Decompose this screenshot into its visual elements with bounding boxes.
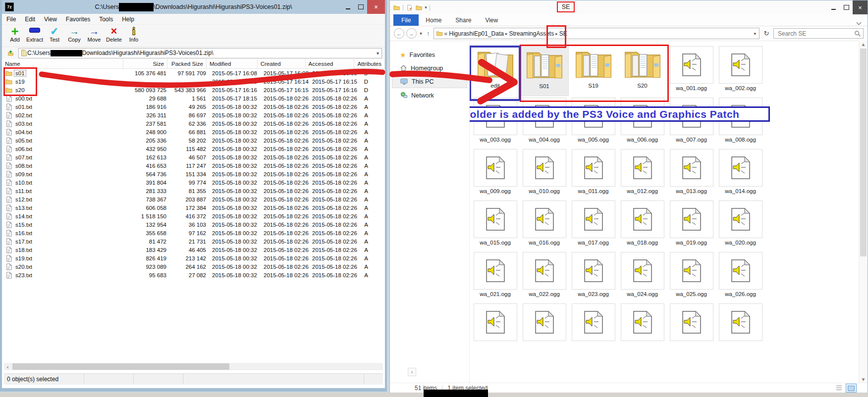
recent-locations-dropdown[interactable]: ▾ [419, 31, 423, 36]
table-row[interactable]: s05.txt205 33658 2022015-05-18 00:322015… [2, 136, 385, 145]
table-row[interactable]: s10.txt391 80499 7742015-05-18 00:322015… [2, 178, 385, 187]
table-row[interactable]: s20.txt923 089264 1622015-05-18 00:32201… [2, 262, 385, 271]
table-row[interactable]: s23.txt95 68327 0822015-05-18 00:322015-… [2, 271, 385, 279]
scrollbar-thumb[interactable] [860, 49, 867, 256]
file-tile[interactable] [667, 302, 716, 353]
column-header-attributes[interactable]: Attributes [354, 59, 385, 68]
file-tile[interactable] [716, 302, 765, 353]
table-row[interactable]: s17.txt81 47221 7312015-05-18 00:322015-… [2, 237, 385, 246]
table-row[interactable]: s01.txt186 91649 2652015-05-18 00:322015… [2, 102, 385, 111]
menu-item-view[interactable]: View [40, 15, 61, 24]
table-row[interactable]: s07.txt162 61346 5072015-05-18 00:322015… [2, 153, 385, 161]
up-folder-button[interactable] [5, 49, 16, 58]
address-dropdown-arrow[interactable]: ▾ [374, 50, 381, 56]
file-tile[interactable]: wa_005.ogg [569, 96, 618, 148]
table-row[interactable]: s01105 376 48197 591 7092015-05-17 16:08… [2, 69, 385, 77]
delete-button[interactable]: ×Delete [104, 25, 124, 43]
menu-item-favorites[interactable]: Favorites [61, 15, 95, 24]
minimize-button[interactable] [827, 0, 840, 14]
file-tile[interactable]: wa_006.ogg [618, 96, 667, 148]
table-row[interactable]: s11.txt281 33381 3552015-05-18 00:322015… [2, 187, 385, 195]
qat-dropdown-icon[interactable]: ▾ [425, 5, 427, 10]
column-header-modified[interactable]: Modified [207, 59, 258, 68]
column-header-size[interactable]: Size [123, 59, 167, 68]
scroll-down-arrow[interactable]: ▼ [859, 377, 868, 382]
address-bar[interactable]: « HigurashiEp01_Data▸StreamingAssets▸SE … [434, 28, 760, 39]
breadcrumb-overflow[interactable]: « [444, 30, 448, 37]
folder-tile[interactable]: S20 [618, 45, 667, 96]
scrollbar-thumb[interactable] [12, 363, 229, 370]
file-tile[interactable]: wa_015.ogg [471, 199, 520, 250]
file-tile[interactable]: wa_011.ogg [569, 148, 618, 199]
table-row[interactable]: s192015-05-17 16:152015-05-17 16:142015-… [2, 77, 385, 86]
table-row[interactable]: s16.txt355 65897 1622015-05-18 00:322015… [2, 229, 385, 237]
file-tile[interactable]: wa_025.ogg [667, 250, 716, 302]
address-dropdown-arrow[interactable]: ▾ [751, 31, 759, 36]
column-header-packed-size[interactable]: Packed Size [167, 59, 207, 68]
breadcrumb-streamingassets[interactable]: StreamingAssets [509, 30, 554, 37]
tab-home[interactable]: Home [419, 14, 448, 26]
refresh-button[interactable]: ↻ [761, 30, 771, 37]
table-row[interactable]: s15.txt132 95436 1032015-05-18 00:322015… [2, 220, 385, 229]
table-row[interactable]: s02.txt326 31186 6972015-05-18 00:322015… [2, 111, 385, 119]
file-tile[interactable] [618, 302, 667, 353]
menu-item-edit[interactable]: Edit [20, 15, 40, 24]
file-tile[interactable]: wa_013.ogg [667, 148, 716, 199]
properties-icon[interactable] [406, 4, 413, 11]
table-row[interactable]: s12.txt738 367203 8872015-05-18 00:32201… [2, 195, 385, 203]
folder-tile[interactable]: S19 [569, 45, 618, 96]
file-tile[interactable]: wa_019.ogg [667, 199, 716, 250]
file-tile[interactable]: wa_010.ogg [520, 148, 569, 199]
file-tile[interactable]: wa_002.ogg [716, 45, 765, 96]
table-row[interactable]: s00.txt29 6881 5612015-05-17 18:152015-0… [2, 94, 385, 102]
menu-item-tools[interactable]: Tools [95, 15, 117, 24]
info-button[interactable]: iInfo [124, 25, 144, 43]
column-header-name[interactable]: Name [2, 59, 123, 68]
breadcrumb-higurashiep01_data[interactable]: HigurashiEp01_Data [449, 30, 504, 37]
file-tile[interactable]: wa_026.ogg [716, 250, 765, 302]
file-tile[interactable]: wa_017.ogg [569, 199, 618, 250]
tab-view[interactable]: View [478, 14, 505, 26]
file-tile[interactable]: wa_016.ogg [520, 199, 569, 250]
back-button[interactable]: ← [394, 28, 404, 39]
large-icons-view-button[interactable] [846, 384, 857, 393]
close-button[interactable]: × [853, 0, 868, 14]
copy-button[interactable]: →Copy [64, 25, 84, 43]
file-tile[interactable]: wa_023.ogg [569, 250, 618, 302]
file-tile[interactable]: wa_004.ogg [520, 96, 569, 148]
sidebar-item-favorites[interactable]: ★Favorites [392, 49, 467, 61]
add-button[interactable]: +Add [5, 25, 25, 43]
minimize-button[interactable] [341, 0, 354, 14]
search-input[interactable] [777, 30, 853, 38]
table-row[interactable]: s08.txt416 653117 2472015-05-18 00:32201… [2, 161, 385, 170]
scroll-up-arrow[interactable]: ▲ [859, 42, 868, 47]
file-tile[interactable]: wa_022.ogg [520, 250, 569, 302]
menu-item-file[interactable]: File [2, 15, 20, 24]
table-row[interactable]: s20580 093 725543 383 9662015-05-17 16:1… [2, 86, 385, 94]
file-tile[interactable] [569, 302, 618, 353]
test-button[interactable]: ✓Test [45, 25, 64, 43]
sidebar-scroll-right-arrow[interactable]: › [408, 368, 416, 376]
new-folder-icon[interactable] [415, 4, 423, 11]
folder-icon[interactable] [393, 4, 400, 11]
move-button[interactable]: →Move [84, 25, 104, 43]
menu-item-help[interactable]: Help [117, 15, 139, 24]
file-tile[interactable]: wa_003.ogg [471, 96, 520, 148]
vertical-scrollbar[interactable]: ▲ ▼ [859, 41, 868, 383]
scroll-left-arrow[interactable]: ‹ [4, 364, 11, 370]
folder-tile[interactable]: edit [471, 45, 520, 96]
column-header-created[interactable]: Created [258, 59, 306, 68]
table-row[interactable]: s19.txt826 419213 1422015-05-18 00:32201… [2, 254, 385, 262]
file-tile[interactable]: wa_024.ogg [618, 250, 667, 302]
file-tile[interactable]: wa_009.ogg [471, 148, 520, 199]
close-button[interactable]: × [367, 0, 385, 14]
table-row[interactable]: s09.txt564 736151 3342015-05-18 00:32201… [2, 170, 385, 178]
file-tile[interactable]: wa_020.ogg [716, 199, 765, 250]
file-tile[interactable]: wa_001.ogg [667, 45, 716, 96]
tab-file[interactable]: File [393, 14, 419, 26]
ribbon-collapse-chevron-icon[interactable] [857, 17, 861, 26]
file-tile[interactable]: wa_008.ogg [716, 96, 765, 148]
address-combobox[interactable]: C:\UsersDownloads\Higurashi\HigurashiPS3… [18, 48, 382, 58]
maximize-button[interactable] [840, 0, 853, 14]
file-tile[interactable]: wa_014.ogg [716, 148, 765, 199]
